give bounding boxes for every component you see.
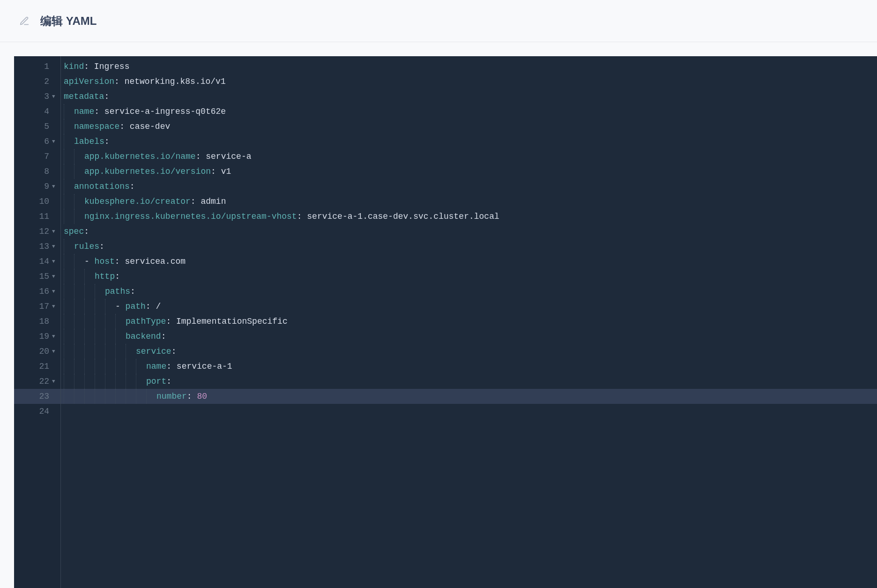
gutter-line: 24	[14, 404, 60, 419]
code-line[interactable]: paths:	[61, 284, 877, 299]
code-line[interactable]: nginx.ingress.kubernetes.io/upstream-vho…	[61, 209, 877, 224]
fold-marker-icon[interactable]: ▼	[52, 134, 57, 149]
pencil-icon	[19, 15, 30, 27]
code-line[interactable]: annotations:	[61, 179, 877, 194]
code-line[interactable]: metadata:	[61, 89, 877, 104]
fold-marker-icon[interactable]: ▼	[52, 284, 57, 299]
code-line[interactable]: name: service-a-1	[61, 359, 877, 374]
gutter-line: 18	[14, 314, 60, 329]
code-line[interactable]: service:	[61, 344, 877, 359]
code-line[interactable]: name: service-a-ingress-q0t62e	[61, 104, 877, 119]
code-line[interactable]: - path: /	[61, 299, 877, 314]
code-line[interactable]: port:	[61, 374, 877, 389]
gutter-line: 13▼	[14, 239, 60, 254]
gutter-line: 21	[14, 359, 60, 374]
fold-marker-icon[interactable]: ▼	[52, 329, 57, 344]
fold-marker-icon[interactable]: ▼	[52, 224, 57, 239]
code-line[interactable]: http:	[61, 269, 877, 284]
gutter-line: 22▼	[14, 374, 60, 389]
gutter-line: 20▼	[14, 344, 60, 359]
fold-marker-icon[interactable]: ▼	[52, 374, 57, 389]
fold-marker-icon[interactable]: ▼	[52, 299, 57, 314]
code-line[interactable]: apiVersion: networking.k8s.io/v1	[61, 74, 877, 89]
code-line[interactable]: kind: Ingress	[61, 59, 877, 74]
gutter-line: 5	[14, 119, 60, 134]
fold-marker-icon[interactable]: ▼	[52, 239, 57, 254]
code-line[interactable]	[61, 404, 877, 419]
editor-gutter: 123▼456▼789▼101112▼13▼14▼15▼16▼17▼1819▼2…	[14, 56, 61, 588]
gutter-line: 10	[14, 194, 60, 209]
code-line[interactable]: pathType: ImplementationSpecific	[61, 314, 877, 329]
code-line[interactable]: number: 80	[61, 389, 877, 404]
fold-marker-icon[interactable]: ▼	[52, 89, 57, 104]
gutter-line: 15▼	[14, 269, 60, 284]
editor-container: 123▼456▼789▼101112▼13▼14▼15▼16▼17▼1819▼2…	[0, 42, 877, 588]
gutter-line: 1	[14, 59, 60, 74]
code-line[interactable]: labels:	[61, 134, 877, 149]
code-line[interactable]: spec:	[61, 224, 877, 239]
code-line[interactable]: kubesphere.io/creator: admin	[61, 194, 877, 209]
gutter-line: 14▼	[14, 254, 60, 269]
gutter-line: 2	[14, 74, 60, 89]
gutter-line: 17▼	[14, 299, 60, 314]
gutter-line: 16▼	[14, 284, 60, 299]
code-line[interactable]: app.kubernetes.io/name: service-a	[61, 149, 877, 164]
gutter-line: 6▼	[14, 134, 60, 149]
gutter-line: 11	[14, 209, 60, 224]
gutter-line: 3▼	[14, 89, 60, 104]
fold-marker-icon[interactable]: ▼	[52, 269, 57, 284]
header: 编辑 YAML	[0, 0, 877, 42]
page-title: 编辑 YAML	[40, 14, 97, 29]
editor-code-area[interactable]: kind: IngressapiVersion: networking.k8s.…	[61, 56, 877, 588]
gutter-line: 8	[14, 164, 60, 179]
gutter-line: 12▼	[14, 224, 60, 239]
gutter-line: 9▼	[14, 179, 60, 194]
gutter-line: 23	[14, 389, 60, 404]
code-line[interactable]: backend:	[61, 329, 877, 344]
gutter-line: 7	[14, 149, 60, 164]
code-line[interactable]: rules:	[61, 239, 877, 254]
code-line[interactable]: app.kubernetes.io/version: v1	[61, 164, 877, 179]
code-line[interactable]: - host: servicea.com	[61, 254, 877, 269]
code-line[interactable]: namespace: case-dev	[61, 119, 877, 134]
gutter-line: 4	[14, 104, 60, 119]
fold-marker-icon[interactable]: ▼	[52, 179, 57, 194]
fold-marker-icon[interactable]: ▼	[52, 254, 57, 269]
yaml-editor[interactable]: 123▼456▼789▼101112▼13▼14▼15▼16▼17▼1819▼2…	[14, 56, 877, 588]
gutter-line: 19▼	[14, 329, 60, 344]
fold-marker-icon[interactable]: ▼	[52, 344, 57, 359]
